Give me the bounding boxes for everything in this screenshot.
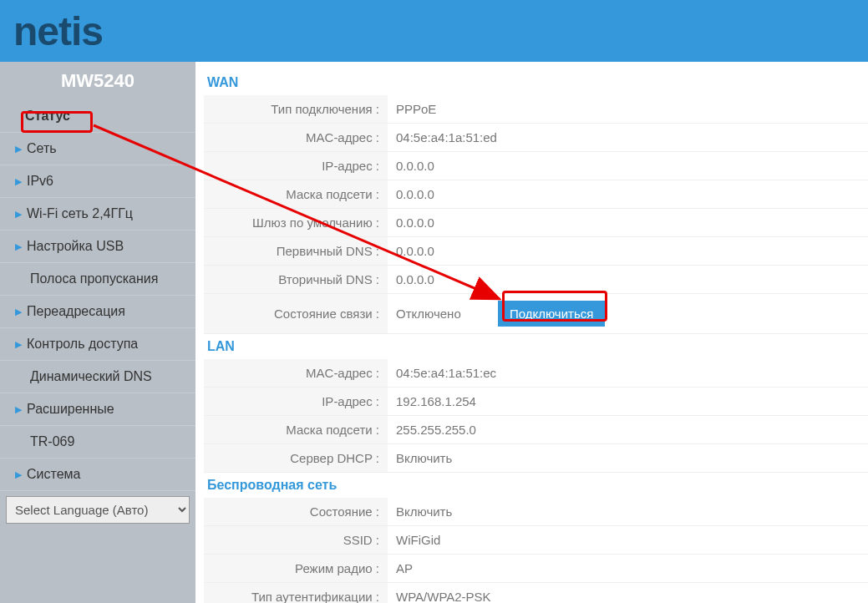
- chevron-right-icon: ▶: [15, 241, 22, 252]
- row-label: Первичный DNS :: [204, 237, 388, 266]
- table-row: Сервер DHCP :Включить: [204, 444, 868, 473]
- sidebar-item-access[interactable]: ▶ Контроль доступа: [0, 328, 195, 361]
- sidebar-item-label: IPv6: [27, 174, 53, 189]
- sidebar-item-label: Настройка USB: [27, 239, 124, 254]
- row-value: 0.0.0.0: [388, 180, 868, 209]
- main-content: WAN Тип подключения :PPPoE MAC-адрес :04…: [195, 62, 868, 603]
- sidebar-item-ipv6[interactable]: ▶ IPv6: [0, 165, 195, 198]
- row-value: 0.0.0.0: [388, 266, 868, 294]
- row-label: IP-адрес :: [204, 388, 388, 416]
- row-value: Включить: [388, 444, 868, 473]
- row-value: PPPoE: [388, 95, 868, 124]
- row-label: MAC-адрес :: [204, 359, 388, 388]
- row-label: Маска подсети :: [204, 180, 388, 209]
- table-row: Режим радио :AP: [204, 555, 868, 583]
- table-row: SSID :WiFiGid: [204, 526, 868, 555]
- sidebar: MW5240 Статус ▶ Сеть ▶ IPv6 ▶ Wi-Fi сеть…: [0, 62, 195, 603]
- sidebar-item-forwarding[interactable]: ▶ Переадресация: [0, 296, 195, 328]
- sidebar-item-label: Статус: [25, 109, 70, 124]
- sidebar-item-status[interactable]: Статус: [0, 100, 195, 133]
- model-title: MW5240: [0, 62, 195, 100]
- row-label: IP-адрес :: [204, 152, 388, 180]
- row-value: WiFiGid: [388, 526, 868, 555]
- sidebar-item-label: Контроль доступа: [27, 337, 138, 352]
- sidebar-item-label: Динамический DNS: [30, 369, 152, 384]
- table-row: MAC-адрес :04:5e:a4:1a:51:ec: [204, 359, 868, 388]
- sidebar-item-label: Расширенные: [27, 402, 114, 417]
- table-row: Тип аутентификации :WPA/WPA2-PSK: [204, 583, 868, 604]
- connection-status: Отключено: [396, 307, 461, 321]
- sidebar-item-usb[interactable]: ▶ Настройка USB: [0, 231, 195, 263]
- table-row: Состояние :Включить: [204, 498, 868, 526]
- chevron-right-icon: ▶: [15, 144, 22, 155]
- row-label: SSID :: [204, 526, 388, 555]
- table-row: IP-адрес :192.168.1.254: [204, 388, 868, 416]
- row-value: Включить: [388, 498, 868, 526]
- row-label: Состояние :: [204, 498, 388, 526]
- wan-section-title: WAN: [204, 70, 868, 95]
- chevron-right-icon: ▶: [15, 404, 22, 415]
- table-row: Первичный DNS :0.0.0.0: [204, 237, 868, 266]
- sidebar-item-network[interactable]: ▶ Сеть: [0, 133, 195, 165]
- table-row: Тип подключения :PPPoE: [204, 95, 868, 124]
- wireless-section-title: Беспроводная сеть: [204, 473, 868, 498]
- sidebar-item-tr069[interactable]: TR-069: [0, 426, 195, 459]
- connection-status-cell: Отключено Подключиться: [388, 294, 868, 334]
- row-label: Шлюз по умолчанию :: [204, 209, 388, 237]
- row-label: Состояние связи :: [204, 294, 388, 334]
- row-label: Тип подключения :: [204, 95, 388, 124]
- row-label: Сервер DHCP :: [204, 444, 388, 473]
- sidebar-item-system[interactable]: ▶ Система: [0, 459, 195, 491]
- row-value: WPA/WPA2-PSK: [388, 583, 868, 604]
- sidebar-item-label: Полоса пропускания: [30, 271, 158, 286]
- row-value: 04:5e:a4:1a:51:ec: [388, 359, 868, 388]
- language-select[interactable]: Select Language (Авто): [6, 496, 190, 524]
- table-row: Маска подсети :255.255.255.0: [204, 416, 868, 444]
- chevron-right-icon: ▶: [15, 307, 22, 317]
- sidebar-item-label: Wi-Fi сеть 2,4ГГц: [27, 206, 133, 221]
- sidebar-item-advanced[interactable]: ▶ Расширенные: [0, 393, 195, 426]
- row-value: AP: [388, 555, 868, 583]
- sidebar-item-ddns[interactable]: Динамический DNS: [0, 361, 195, 393]
- header: netis: [0, 0, 868, 62]
- row-value: 192.168.1.254: [388, 388, 868, 416]
- wan-table: Тип подключения :PPPoE MAC-адрес :04:5e:…: [204, 95, 868, 334]
- row-label: Вторичный DNS :: [204, 266, 388, 294]
- row-value: 255.255.255.0: [388, 416, 868, 444]
- sidebar-item-label: Переадресация: [27, 304, 125, 319]
- sidebar-item-wifi24[interactable]: ▶ Wi-Fi сеть 2,4ГГц: [0, 198, 195, 231]
- row-label: Тип аутентификации :: [204, 583, 388, 604]
- chevron-right-icon: ▶: [15, 209, 22, 220]
- sidebar-item-label: TR-069: [30, 434, 74, 449]
- table-row: Состояние связи : Отключено Подключиться: [204, 294, 868, 334]
- row-value: 0.0.0.0: [388, 209, 868, 237]
- sidebar-item-label: Система: [27, 467, 80, 482]
- table-row: MAC-адрес :04:5e:a4:1a:51:ed: [204, 124, 868, 152]
- wireless-table: Состояние :Включить SSID :WiFiGid Режим …: [204, 498, 868, 603]
- chevron-right-icon: ▶: [15, 339, 22, 350]
- row-label: Маска подсети :: [204, 416, 388, 444]
- row-value: 04:5e:a4:1a:51:ed: [388, 124, 868, 152]
- connect-button[interactable]: Подключиться: [498, 301, 605, 327]
- chevron-right-icon: ▶: [15, 469, 22, 480]
- lan-table: MAC-адрес :04:5e:a4:1a:51:ec IP-адрес :1…: [204, 359, 868, 473]
- row-label: Режим радио :: [204, 555, 388, 583]
- row-value: 0.0.0.0: [388, 152, 868, 180]
- table-row: Маска подсети :0.0.0.0: [204, 180, 868, 209]
- row-value: 0.0.0.0: [388, 237, 868, 266]
- brand-logo: netis: [13, 8, 103, 54]
- sidebar-item-label: Сеть: [27, 141, 57, 156]
- table-row: Вторичный DNS :0.0.0.0: [204, 266, 868, 294]
- table-row: Шлюз по умолчанию :0.0.0.0: [204, 209, 868, 237]
- chevron-right-icon: ▶: [15, 176, 22, 187]
- lan-section-title: LAN: [204, 334, 868, 359]
- row-label: MAC-адрес :: [204, 124, 388, 152]
- table-row: IP-адрес :0.0.0.0: [204, 152, 868, 180]
- sidebar-item-bandwidth[interactable]: Полоса пропускания: [0, 263, 195, 296]
